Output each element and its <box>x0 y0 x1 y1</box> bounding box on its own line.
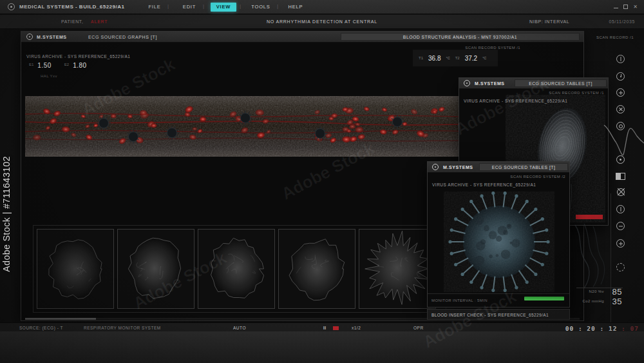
cell-image <box>118 230 194 308</box>
t2-value: 37.2 <box>465 55 477 62</box>
contrast-icon[interactable] <box>616 205 625 213</box>
window-tab-title: ECG SOURCED TABLES [T] <box>515 79 607 87</box>
window-tab-title: ECG SOURCED TABLES [T] <box>479 163 568 171</box>
close-circle-icon[interactable] <box>616 105 625 113</box>
interval-progress-bar <box>524 297 564 300</box>
minimize-icon[interactable] <box>612 3 620 10</box>
tables-window-front-titlebar[interactable]: M.SYSTEMS ECG SOURCED TABLES [T] <box>428 162 569 173</box>
cell-thumbnail[interactable] <box>198 229 275 309</box>
scan-record-label: SCAN RECORD /1 <box>596 35 634 39</box>
system-label: RESPIRATORY MONITOR SYSTEM <box>84 326 161 330</box>
alert-progress-bar <box>576 215 603 219</box>
record-ring-icon[interactable] <box>616 122 625 130</box>
nibp-status: NIBP: INTERVAL <box>529 19 569 24</box>
target-dot-icon[interactable] <box>616 155 625 164</box>
co2-value: 35 <box>612 297 622 306</box>
maximize-icon[interactable] <box>622 3 629 10</box>
menu-divider: | <box>240 3 241 9</box>
bottom-bar: MEDICAL MONITORING SYSTEM BUILD 55AAD- 5… <box>0 331 644 363</box>
e2-value: 1.80 <box>73 62 86 69</box>
archive-title: VIRUS ARCHIVE - SYS REFERENCE_65229/A1 <box>432 182 536 187</box>
graphs-window-titlebar[interactable]: M.SYSTEMS ECG SOURCED GRAPHS [T] BLOOD S… <box>21 32 583 43</box>
divider <box>428 293 569 294</box>
opr-button[interactable]: OPR <box>413 326 424 330</box>
pause-button[interactable]: II <box>323 326 327 330</box>
menu-edit[interactable]: EDIT <box>178 3 201 12</box>
co2-label: Co2 mmHg <box>582 299 604 303</box>
n2o-label: N20 %v <box>589 289 604 293</box>
virus-image <box>444 191 554 292</box>
menu-tools[interactable]: TOOLS <box>247 3 274 12</box>
cell-image <box>37 230 113 308</box>
t1-label: T1 <box>419 56 423 60</box>
t1-value: 36.8 <box>428 55 440 62</box>
cell-image <box>198 230 274 308</box>
split-view-icon[interactable] <box>616 173 625 180</box>
menu-divider: | <box>277 3 278 9</box>
e-readouts: E1 1.50 E2 1.80 <box>29 62 87 69</box>
organism-tail-image <box>570 222 607 289</box>
signal-blocked-icon[interactable] <box>616 187 625 197</box>
source-label: SOURCE: (ECG) - T <box>19 326 63 330</box>
record-button[interactable] <box>333 326 339 330</box>
stock-watermark-vertical: Adobe Stock | #711643102 <box>1 156 12 272</box>
archive-title: VIRUS ARCHIVE - SYS REFERENCE_65229/A1 <box>26 54 130 59</box>
status-bar: SOURCE: (ECG) - T RESPIRATORY MONITOR SY… <box>0 322 644 331</box>
t2-unit: °C <box>482 56 486 60</box>
window-system-label: M.SYSTEMS <box>37 35 67 39</box>
tables-window-back-titlebar[interactable]: M.SYSTEMS ECG SOURCED TABLES [T] <box>459 78 608 89</box>
e1-label: E1 <box>29 63 33 66</box>
temperature-panel: T1 36.8 °C T2 37.2 °C <box>413 50 498 66</box>
zoom-in-icon[interactable] <box>616 88 625 97</box>
menu-file[interactable]: FILE <box>143 3 166 12</box>
eye-icon <box>8 3 15 10</box>
cell-image <box>279 230 355 308</box>
blood-insert-check-bar: BLOOD INSERT CHECK - SYS REFERENCE_65229… <box>427 309 570 320</box>
e1-value: 1.50 <box>37 62 51 69</box>
cell-thumbnails <box>37 229 436 309</box>
scan-record-system-label: SCAN RECORD SYSTEM /2 <box>510 175 565 179</box>
monitor-interval-label: MONITOR INTERVAL : 5MIN <box>431 299 488 302</box>
window-system-label: M.SYSTEMS <box>443 165 473 170</box>
cell-thumbnail[interactable] <box>278 229 355 309</box>
screen: MEDICAL SYSTEMS - BUILD_65229/A1 FILE | … <box>0 0 644 363</box>
menu-help[interactable]: HELP <box>283 3 308 12</box>
cell-thumbnail[interactable] <box>117 229 194 309</box>
blood-insert-check-label: BLOOD INSERT CHECK - SYS REFERENCE_65229… <box>431 313 549 317</box>
hal-label: HAL Yxv <box>41 74 57 78</box>
menu-view[interactable]: VIEW <box>211 3 236 12</box>
menu-divider: | <box>167 3 169 9</box>
e2-label: E2 <box>64 63 69 66</box>
history-icon[interactable] <box>616 72 625 81</box>
analysis-title: BLOOD STRUCTURE ANALYSIS - MNT 937002/A1 <box>341 33 580 41</box>
cell-image <box>359 230 435 308</box>
eye-icon <box>26 34 33 40</box>
minus-circle-icon[interactable] <box>616 222 625 230</box>
segment-circle-icon[interactable] <box>616 263 625 271</box>
contrast-icon[interactable] <box>616 55 625 63</box>
app-titlebar: MEDICAL SYSTEMS - BUILD_65229/A1 FILE | … <box>0 0 644 14</box>
scrollbar-thumb[interactable] <box>25 318 96 320</box>
cell-thumbnail[interactable] <box>37 229 114 309</box>
t2-label: T2 <box>455 56 460 60</box>
window-tab-title: ECG SOURCED GRAPHS [T] <box>88 35 157 39</box>
menu-divider: | <box>203 3 204 9</box>
t1-unit: °C <box>446 56 450 60</box>
info-bar: PATIENT, ALERT NO ARRHYTHMIA DETECTION A… <box>0 15 644 29</box>
playback-speed[interactable]: x1/2 <box>352 326 361 330</box>
cell-thumbnail[interactable] <box>359 229 436 309</box>
system-date: 05/11/2035 <box>609 19 635 24</box>
app-title: MEDICAL SYSTEMS - BUILD_65229/A1 <box>19 4 124 10</box>
close-icon[interactable]: ✕ <box>632 3 639 10</box>
plus-circle-icon[interactable] <box>616 239 625 248</box>
window-system-label: M.SYSTEMS <box>475 81 505 86</box>
n2o-value: 85 <box>612 287 622 297</box>
tables-window-front: M.SYSTEMS ECG SOURCED TABLES [T] SCAN RE… <box>427 161 570 308</box>
eye-icon <box>464 80 470 86</box>
eye-icon <box>432 164 439 170</box>
auto-toggle[interactable]: AUTO <box>233 326 246 330</box>
